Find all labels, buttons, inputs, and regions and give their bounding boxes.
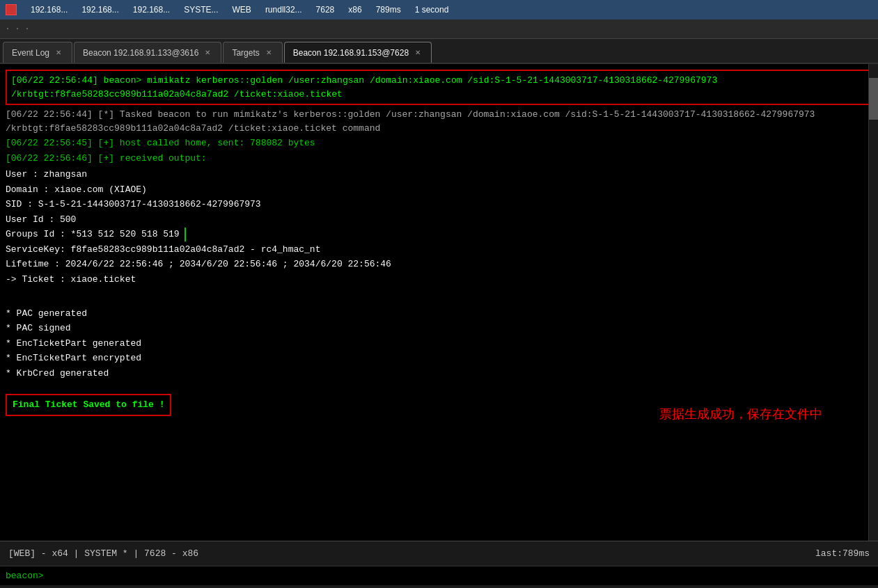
tab-targets[interactable]: Targets ✕ <box>223 42 282 63</box>
tab-bar: Event Log ✕ Beacon 192.168.91.133@3616 ✕… <box>0 39 878 64</box>
tab-beacon-133-close[interactable]: ✕ <box>203 48 212 58</box>
menu-bar: · · · <box>0 19 878 39</box>
host-called-line: [06/22 22:56:45] [+] host called home, s… <box>6 136 872 150</box>
final-ticket-box: Final Ticket Saved to file ! <box>6 394 171 416</box>
pac-signed-line: * PAC signed <box>6 321 872 335</box>
top-web: WEB <box>233 5 251 15</box>
received-output-line: [06/22 22:56:46] [+] received output: <box>6 152 872 166</box>
tasked-line: [06/22 22:56:44] [*] Tasked beacon to ru… <box>6 108 872 135</box>
menu-dots: · · · <box>6 25 30 33</box>
status-right: last:789ms <box>815 548 870 559</box>
beacon-prompt: beacon> <box>6 571 44 581</box>
top-ip2: 192.168... <box>81 5 118 15</box>
sid-line: SID : S-1-5-21-1443003717-4130318662-427… <box>6 198 872 212</box>
top-second: 1 second <box>415 5 449 15</box>
tab-beacon-153-label: Beacon 192.168.91.153@7628 <box>293 48 409 58</box>
chinese-annotation: 票据生成成功，保存在文件中 <box>659 405 822 424</box>
tab-beacon-153[interactable]: Beacon 192.168.91.153@7628 ✕ <box>284 42 432 63</box>
tab-beacon-133[interactable]: Beacon 192.168.91.133@3616 ✕ <box>74 42 221 63</box>
command-timestamp: [06/22 22:56:44] beacon> <box>11 75 147 86</box>
ticket-line: -> Ticket : xiaoe.ticket <box>6 273 872 287</box>
status-left: [WEB] - x64 | SYSTEM * | 7628 - x86 <box>8 548 198 559</box>
terminal-content: [06/22 22:56:44] beacon> mimikatz kerber… <box>0 64 878 541</box>
tab-event-log-close[interactable]: ✕ <box>54 48 63 58</box>
top-rundll: rundll32... <box>265 5 302 15</box>
krbcred-line: * KrbCred generated <box>6 367 872 381</box>
top-ip1: 192.168... <box>31 5 68 15</box>
input-bar[interactable]: beacon> <box>0 566 878 585</box>
userid-line: User Id : 500 <box>6 213 872 227</box>
tab-event-log[interactable]: Event Log ✕ <box>3 42 72 63</box>
top-bar: 192.168... 192.168... 192.168... SYSTE..… <box>0 0 878 19</box>
pac-generated-line: * PAC generated <box>6 307 872 321</box>
top-pid: 7628 <box>316 5 335 15</box>
enc-ticket-encrypted-line: * EncTicketPart encrypted <box>6 351 872 365</box>
tab-beacon-133-label: Beacon 192.168.91.133@3616 <box>83 48 198 58</box>
top-icon <box>6 4 17 15</box>
top-ip3: 192.168... <box>133 5 170 15</box>
tab-event-log-label: Event Log <box>12 48 49 58</box>
groups-line: Groups Id : *513 512 520 518 519 <box>6 228 872 241</box>
scrollbar-thumb[interactable] <box>869 78 878 120</box>
tab-targets-label: Targets <box>232 48 259 58</box>
command-box: [06/22 22:56:44] beacon> mimikatz kerber… <box>6 70 872 105</box>
lifetime-line: Lifetime : 2024/6/22 22:56:46 ; 2034/6/2… <box>6 257 872 271</box>
terminal-output: [06/22 22:56:44] beacon> mimikatz kerber… <box>6 70 872 416</box>
top-ms: 789ms <box>376 5 401 15</box>
servicekey-line: ServiceKey: f8fae58283cc989b111a02a04c8a… <box>6 243 872 257</box>
top-arch: x86 <box>348 5 361 15</box>
scrollbar[interactable] <box>868 64 878 541</box>
enc-ticket-generated-line: * EncTicketPart generated <box>6 337 872 351</box>
final-ticket-text: Final Ticket Saved to file ! <box>13 399 164 410</box>
user-line: User : zhangsan <box>6 168 872 182</box>
status-bar: [WEB] - x64 | SYSTEM * | 7628 - x86 last… <box>0 541 878 566</box>
top-system: SYSTE... <box>184 5 218 15</box>
tab-beacon-153-close[interactable]: ✕ <box>413 48 423 58</box>
tab-targets-close[interactable]: ✕ <box>264 48 274 58</box>
domain-line: Domain : xiaoe.com (XIAOE) <box>6 183 872 197</box>
